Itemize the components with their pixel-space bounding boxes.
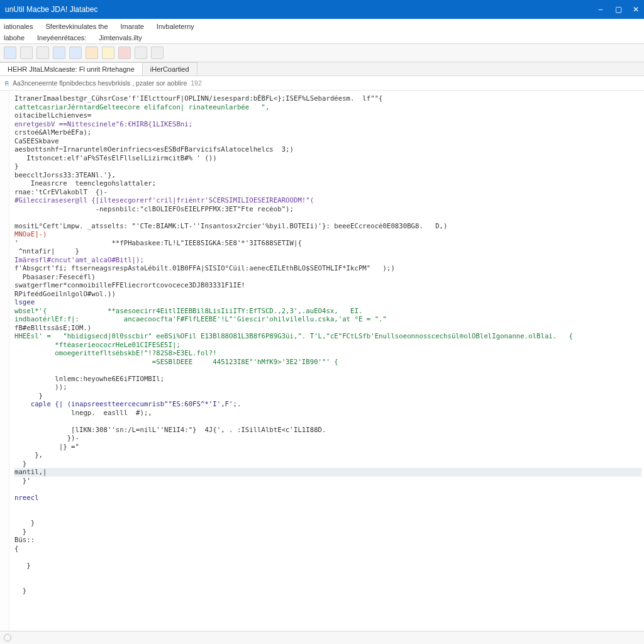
code-line: indbaotérlEf:f|: ancaecoocfta'F#FlfLEEBE… (14, 315, 641, 324)
status-indicator-icon (4, 634, 11, 641)
code-line (14, 417, 641, 426)
code-line (14, 502, 641, 511)
code-line: caple {| (inapsreestteercecumrisb""ES:60… (14, 400, 641, 409)
box-icon[interactable] (36, 47, 49, 59)
code-line: { (14, 545, 641, 553)
code-line: } (14, 162, 641, 171)
page-icon[interactable] (4, 47, 16, 59)
tab-1[interactable]: iHerCoartied (143, 62, 197, 75)
code-line: } (14, 587, 641, 596)
code-line: MNOǝE]-) (14, 230, 641, 239)
code-line: oitacibelLchienves= (14, 111, 641, 120)
code-line: nreecl (14, 494, 641, 502)
window-title: unUtil Macbe JDA! Jlatabec (5, 5, 97, 14)
tab-bar: HEHR JItaLMslcaeste: Fl unrit Rrtehagnei… (0, 62, 644, 76)
minimize-icon[interactable]: – (597, 6, 604, 13)
code-line: fB#eBlltssäsE;IOM.) (14, 324, 641, 333)
code-line: lnegp. easlll #);, (14, 409, 641, 418)
menu-bar: iationalesSferitevkinulates theImarateIn… (0, 19, 644, 44)
maximize-icon[interactable]: ▢ (615, 6, 621, 13)
code-line: } (14, 528, 641, 536)
code-line (14, 485, 641, 494)
code-line (14, 579, 641, 587)
code-line: wbsel*'{ **asesoecirr4EitlIEEBBil8LisIii… (14, 307, 641, 316)
menu-item-row2-0[interactable]: labohe (3, 32, 26, 43)
code-line: } (14, 392, 641, 401)
code-line: mantil,| (14, 468, 641, 477)
menu-item-row2-2[interactable]: Jimtenvals.ilty (97, 32, 143, 43)
folder-icon[interactable] (86, 47, 98, 59)
code-line: Büs:: (14, 536, 641, 545)
toolbar (0, 44, 644, 62)
code-line: }' (14, 477, 641, 486)
layers-icon[interactable] (20, 47, 33, 59)
code-line: Imäresfl#cncut'amt_alcaO#Bitl|); (14, 256, 641, 265)
code-line: enretgesbV ==Nittescinele"6:€HIRB{1LIKES… (14, 120, 641, 129)
code-line: ' **fPHabaskee:TL!L"IEE85IGKA:5E8'*'3IT6… (14, 239, 641, 248)
editor-gutter (0, 91, 9, 644)
code-line: } (14, 519, 641, 528)
code-line: =SESBlDEEE 445123I8E"'hMfK9>'3E2'IB90'"'… (14, 358, 641, 367)
breadcrumb-text: Aa3nceneernte flpnibdecbcs hesvbrkisls ,… (13, 79, 187, 87)
code-editor[interactable]: ItranerImaalbest@r_CühsrCose'f'IElcttour… (0, 91, 644, 644)
breadcrumb-icon: ⎘ (5, 80, 9, 87)
close-icon[interactable]: ✕ (633, 6, 639, 13)
tab-0[interactable]: HEHR JItaLMslcaeste: Fl unrit Rrtehagne (0, 62, 143, 75)
code-line: beeccltJorss33:3TEANl.'}, (14, 171, 641, 180)
breadcrumb-number: 192 (191, 79, 202, 87)
menu-item-0[interactable]: iationales (3, 21, 34, 32)
code-area[interactable]: ItranerImaalbest@r_CühsrCose'f'IElcttour… (9, 91, 644, 644)
code-line: -nepsnbilc:"clBOLIEFOsEIELFPFMX:3ET"Fte … (14, 205, 641, 214)
code-line: Pbasaser:Fesecéfl) (14, 273, 641, 282)
menu-item-row2-1[interactable]: Ineyéenrétaces: (36, 32, 87, 43)
stop-icon[interactable] (118, 47, 131, 59)
title-bar: unUtil Macbe JDA! Jlatabec – ▢ ✕ (0, 0, 644, 19)
code-line (14, 553, 641, 562)
code-line: #Gilecciraseser@ll {[iltesecgorerf'cril|… (14, 196, 641, 205)
code-line: ^nntafir| } (14, 247, 641, 256)
menu-item-3[interactable]: Invbaleterny (155, 21, 196, 32)
code-line (14, 213, 641, 222)
code-line: CaSEESkbave (14, 137, 641, 146)
code-line (14, 570, 641, 579)
code-line: |} =" (14, 443, 641, 452)
code-line: mositL°Ceft'Lmpw. _atsselts: "'CTe:BIAMK… (14, 222, 641, 231)
menu-item-1[interactable]: Sferitevkinulates the (44, 21, 109, 32)
bullet-icon[interactable] (102, 47, 114, 59)
code-line: } (14, 460, 641, 469)
code-line: swatgerflmer*conmoibilleFFEliecrortcovoc… (14, 281, 641, 290)
code-line: omoegerittefltsébskbE!"!?82S8>E3EL.fol?! (14, 349, 641, 358)
code-line (14, 366, 641, 375)
code-line: cattetcasriarJérntardGelteecore elifafco… (14, 103, 641, 112)
code-line: f'Absgcrt'fi; ftserneagsrespAstaLébilt.0… (14, 264, 641, 273)
breadcrumb: ⎘ Aa3nceneernte flpnibdecbcs hesvbrkisls… (0, 76, 644, 91)
code-line: rnae:'tCrEVlakoblT {)- (14, 188, 641, 197)
code-line: crstoé&AlMerbéEFa); (14, 128, 641, 137)
code-line: }, (14, 451, 641, 460)
doc-icon[interactable] (135, 47, 147, 59)
grid-icon[interactable] (53, 47, 65, 59)
code-line: } (14, 562, 641, 570)
code-line: RPifeédGoeilnlgolO#wol.)) (14, 290, 641, 299)
code-line: aesbottsnhf~Irnaruntel®Oerinfriecs<esESB… (14, 145, 641, 154)
code-line: [lIKN:308''sn:/L=nilL''NE1I4:"} 4J{', . … (14, 426, 641, 435)
window-controls: – ▢ ✕ (597, 6, 639, 13)
code-line: Ineasrcre teenclegohslattaler; (14, 179, 641, 188)
undo-icon[interactable] (151, 47, 164, 59)
code-line: Itstoncet:elf'aF%STésElFllselLizirmcitB#… (14, 154, 641, 163)
code-line: )); (14, 383, 641, 392)
code-line: lsgee (14, 298, 641, 307)
code-line: *ftéaserieococrHeLe01CIFESE5I|; (14, 341, 641, 350)
code-line: HHEEsl' = "hbidigsecd|0l0sscbir" ee8Si%O… (14, 332, 641, 341)
code-line: })- (14, 434, 641, 443)
menu-item-2[interactable]: Imarate (119, 21, 145, 32)
code-line (14, 511, 641, 519)
save-icon[interactable] (69, 47, 82, 59)
status-bar (0, 631, 644, 644)
code-line: lnlemc:heyowhe6E6iFTIOMBIl; (14, 375, 641, 384)
code-line: ItranerImaalbest@r_CühsrCose'f'IElcttour… (14, 94, 641, 103)
